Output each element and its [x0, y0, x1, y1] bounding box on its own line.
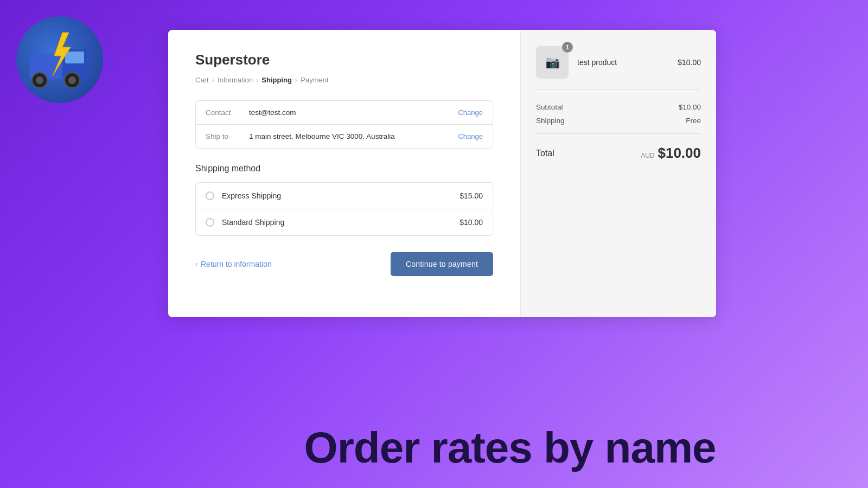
subtotal-label: Subtotal — [536, 103, 563, 111]
subtotal-row: Subtotal $10.00 — [536, 103, 701, 111]
total-row: Total AUD $10.00 — [536, 145, 701, 162]
express-shipping-price: $15.00 — [459, 191, 483, 200]
ship-to-row: Ship to 1 main street, Melbourne VIC 300… — [196, 125, 493, 148]
shipping-label: Shipping — [536, 117, 565, 125]
bottom-text-area: Order rates by name — [168, 424, 852, 472]
checkout-card: Superstore Cart › Information › Shipping… — [168, 30, 716, 317]
bottom-heading: Order rates by name — [168, 424, 852, 472]
camera-icon: 📷 — [545, 55, 560, 69]
total-label: Total — [536, 149, 554, 158]
shipping-value: Free — [686, 117, 701, 125]
breadcrumb: Cart › Information › Shipping › Payment — [195, 76, 493, 84]
express-shipping-name: Express Shipping — [222, 191, 459, 200]
svg-rect-2 — [65, 52, 84, 63]
return-chevron-icon: ‹ — [195, 260, 197, 268]
breadcrumb-payment[interactable]: Payment — [301, 76, 328, 84]
logo-area — [16, 16, 108, 108]
summary-rows: Subtotal $10.00 Shipping Free — [536, 103, 701, 134]
product-name: test product — [577, 58, 669, 67]
total-value: $10.00 — [658, 145, 701, 162]
product-badge: 1 — [562, 42, 573, 53]
product-price: $10.00 — [678, 58, 701, 67]
ship-to-change[interactable]: Change — [458, 132, 483, 140]
breadcrumb-information[interactable]: Information — [218, 76, 253, 84]
logo-icon — [24, 24, 95, 95]
total-amount: AUD $10.00 — [641, 145, 701, 162]
product-image-wrap: 📷 1 — [536, 46, 569, 79]
breadcrumb-sep3: › — [295, 76, 297, 84]
svg-point-6 — [68, 76, 76, 84]
breadcrumb-sep2: › — [256, 76, 258, 84]
footer-actions: ‹ Return to information Continue to paym… — [195, 252, 493, 276]
product-row: 📷 1 test product $10.00 — [536, 46, 701, 90]
standard-radio[interactable] — [206, 218, 214, 227]
ship-to-value: 1 main street, Melbourne VIC 3000, Austr… — [249, 132, 458, 140]
svg-point-4 — [36, 76, 43, 84]
shipping-row: Shipping Free — [536, 117, 701, 125]
standard-shipping-price: $10.00 — [459, 218, 483, 227]
breadcrumb-shipping: Shipping — [261, 76, 292, 84]
total-currency: AUD — [641, 152, 654, 159]
continue-to-payment-button[interactable]: Continue to payment — [391, 252, 493, 276]
contact-change[interactable]: Change — [458, 108, 483, 117]
ship-to-label: Ship to — [206, 132, 249, 140]
shipping-options: Express Shipping $15.00 Standard Shippin… — [195, 182, 493, 236]
return-label: Return to information — [201, 260, 272, 268]
subtotal-value: $10.00 — [679, 103, 701, 111]
store-name: Superstore — [195, 52, 493, 68]
breadcrumb-sep1: › — [212, 76, 214, 84]
logo-circle — [16, 16, 103, 103]
shipping-method-title: Shipping method — [195, 164, 493, 174]
standard-shipping-name: Standard Shipping — [222, 218, 459, 227]
contact-row: Contact test@test.com Change — [196, 101, 493, 125]
info-box: Contact test@test.com Change Ship to 1 m… — [195, 100, 493, 149]
express-radio[interactable] — [206, 191, 214, 200]
contact-value: test@test.com — [249, 108, 458, 117]
return-to-information-link[interactable]: ‹ Return to information — [195, 260, 272, 268]
right-panel: 📷 1 test product $10.00 Subtotal $10.00 … — [521, 30, 716, 317]
contact-label: Contact — [206, 108, 249, 117]
express-shipping-option[interactable]: Express Shipping $15.00 — [196, 183, 493, 209]
breadcrumb-cart[interactable]: Cart — [195, 76, 209, 84]
left-panel: Superstore Cart › Information › Shipping… — [168, 30, 521, 317]
standard-shipping-option[interactable]: Standard Shipping $10.00 — [196, 209, 493, 235]
